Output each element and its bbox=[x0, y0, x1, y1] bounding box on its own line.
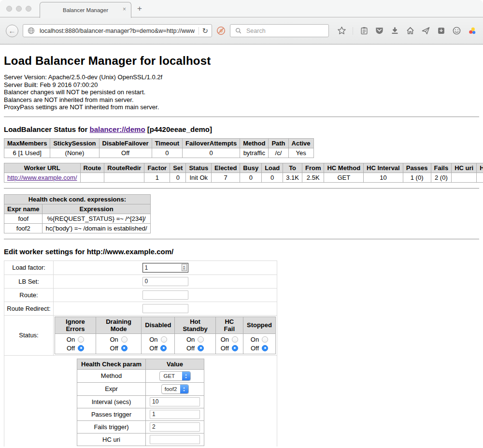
worker-url-link[interactable]: http://www.example.com/ bbox=[7, 174, 77, 181]
expr-row: Expr foof2 bbox=[77, 382, 204, 395]
on-label: On bbox=[67, 336, 75, 343]
window-controls bbox=[6, 6, 31, 12]
server-version-line: Server Version: Apache/2.5.0-dev (Unix) … bbox=[4, 73, 479, 81]
col-expr-name: Expr name bbox=[4, 204, 43, 214]
tab-title: Balancer Manager bbox=[63, 7, 108, 13]
reload-icon[interactable]: ↻ bbox=[202, 27, 208, 34]
content-blocker-icon[interactable] bbox=[216, 26, 226, 35]
tab-close-icon[interactable]: × bbox=[123, 6, 126, 12]
toolbar-icons: ▾ bbox=[337, 26, 483, 36]
interval-input[interactable] bbox=[150, 397, 200, 406]
col-routeredir: RouteRedir bbox=[104, 163, 144, 173]
lb-set-label: LB Set: bbox=[4, 275, 54, 288]
val-disablefailover: Off bbox=[99, 148, 152, 158]
status-header-row: Ignore Errors Draining Mode Disabled Hot… bbox=[55, 317, 276, 333]
lb-set-input[interactable] bbox=[142, 277, 188, 286]
route-row: Route: bbox=[4, 288, 277, 302]
hc-uri-row: HC uri bbox=[77, 433, 204, 446]
search-icon bbox=[234, 26, 243, 35]
hc-uri-input[interactable] bbox=[150, 435, 200, 444]
divider bbox=[4, 188, 479, 189]
close-window-button[interactable] bbox=[6, 6, 12, 12]
server-info: Server Version: Apache/2.5.0-dev (Unix) … bbox=[4, 73, 479, 111]
val-passes: 1 (0) bbox=[403, 173, 431, 182]
load-factor-value: 1 bbox=[145, 264, 148, 271]
hot-standby-on-radio[interactable] bbox=[198, 336, 204, 343]
extension-colordots-icon[interactable] bbox=[468, 26, 477, 35]
draining-mode-off-radio[interactable] bbox=[121, 345, 128, 351]
send-tab-icon[interactable] bbox=[421, 26, 430, 35]
col-timeout: Timeout bbox=[152, 138, 182, 148]
val-hc-method: GET bbox=[324, 173, 364, 182]
ignore-errors-on-radio[interactable] bbox=[78, 336, 84, 343]
health-check-params-row: Health Check param Value Method GET bbox=[4, 355, 277, 447]
lb-set-row: LB Set: bbox=[4, 275, 277, 288]
val-from: 2.5K bbox=[302, 173, 324, 182]
route-redirect-input[interactable] bbox=[142, 304, 188, 313]
globe-icon bbox=[27, 26, 36, 35]
col-passes: Passes bbox=[403, 163, 431, 173]
tab-balancer-manager[interactable]: Balancer Manager × bbox=[40, 2, 131, 18]
table-row: foof %{REQUEST_STATUS} =~ /^[234]/ bbox=[4, 214, 151, 223]
back-button[interactable]: ← bbox=[6, 25, 18, 37]
col-method: Method bbox=[240, 138, 269, 148]
downloads-icon[interactable] bbox=[390, 26, 399, 35]
save-page-icon[interactable] bbox=[437, 26, 446, 35]
expr-select[interactable]: foof2 bbox=[161, 384, 189, 394]
url-bar[interactable]: ↻ bbox=[23, 24, 212, 37]
new-tab-button[interactable]: + bbox=[137, 4, 142, 14]
status-options-table: Ignore Errors Draining Mode Disabled Hot… bbox=[55, 317, 276, 354]
zoom-window-button[interactable] bbox=[26, 6, 31, 12]
ignore-errors-off-radio[interactable] bbox=[78, 345, 84, 351]
route-input[interactable] bbox=[142, 290, 188, 300]
url-input[interactable] bbox=[39, 27, 196, 35]
col-disabled: Disabled bbox=[142, 317, 175, 333]
disabled-on-radio[interactable] bbox=[161, 336, 167, 343]
pocket-icon[interactable] bbox=[375, 26, 384, 35]
worker-header-row: Worker URL Route RouteRedir Factor Set S… bbox=[4, 163, 483, 173]
feedback-smiley-icon[interactable] bbox=[452, 26, 461, 35]
method-select[interactable]: GET bbox=[159, 371, 191, 381]
fails-input[interactable] bbox=[150, 422, 200, 432]
off-label: Off bbox=[110, 345, 118, 352]
col-status: Status bbox=[186, 163, 212, 173]
home-icon[interactable] bbox=[406, 26, 415, 35]
reading-list-icon[interactable] bbox=[359, 26, 369, 35]
disabled-off-radio[interactable] bbox=[160, 345, 167, 351]
stopped-on-radio[interactable] bbox=[262, 336, 268, 343]
hot-standby-off-radio[interactable] bbox=[198, 345, 204, 351]
draining-mode-on-radio[interactable] bbox=[121, 336, 128, 343]
col-load: Load bbox=[262, 163, 283, 173]
expr-value-foof2: hc('body') =~ /domain is established/ bbox=[43, 223, 150, 233]
load-factor-input[interactable]: 1 bbox=[142, 263, 188, 273]
search-input[interactable] bbox=[245, 27, 325, 35]
col-hot-standby: Hot Standby bbox=[175, 317, 215, 333]
route-label: Route: bbox=[4, 288, 54, 302]
col-failoverattempts: FailoverAttempts bbox=[182, 138, 240, 148]
fails-row: Fails trigger) bbox=[77, 420, 204, 433]
hc-fail-on-radio[interactable] bbox=[232, 336, 238, 343]
col-path: Path bbox=[269, 138, 288, 148]
off-label: Off bbox=[251, 345, 259, 352]
minimize-window-button[interactable] bbox=[16, 6, 22, 12]
navigation-toolbar: ← ↻ bbox=[0, 17, 483, 44]
status-row: Status: Ignore Errors Draining Mode Disa… bbox=[4, 315, 277, 355]
val-stickysession: (None) bbox=[50, 148, 99, 158]
divider bbox=[4, 239, 479, 240]
passes-input[interactable] bbox=[150, 410, 200, 419]
search-bar[interactable] bbox=[230, 24, 329, 37]
val-set: 0 bbox=[170, 173, 186, 182]
number-stepper-icon[interactable] bbox=[182, 264, 187, 271]
interval-row: Interval (secs) bbox=[77, 395, 204, 408]
bookmark-star-icon[interactable] bbox=[337, 26, 346, 35]
val-hc-expr: foof2 bbox=[477, 173, 483, 182]
balancer-status-table: MaxMembers StickySession DisableFailover… bbox=[4, 138, 314, 158]
col-hc-fail: HC Fail bbox=[215, 317, 243, 333]
hc-uri-label: HC uri bbox=[77, 433, 146, 446]
stopped-off-radio[interactable] bbox=[262, 345, 268, 351]
col-hc-param: Health Check param bbox=[77, 359, 146, 369]
browser-window: Balancer Manager × + ← ↻ bbox=[0, 0, 483, 448]
balancer-demo-link[interactable]: balancer://demo bbox=[90, 125, 145, 133]
val-path: /c/ bbox=[269, 148, 288, 158]
hc-fail-off-radio[interactable] bbox=[232, 345, 238, 351]
